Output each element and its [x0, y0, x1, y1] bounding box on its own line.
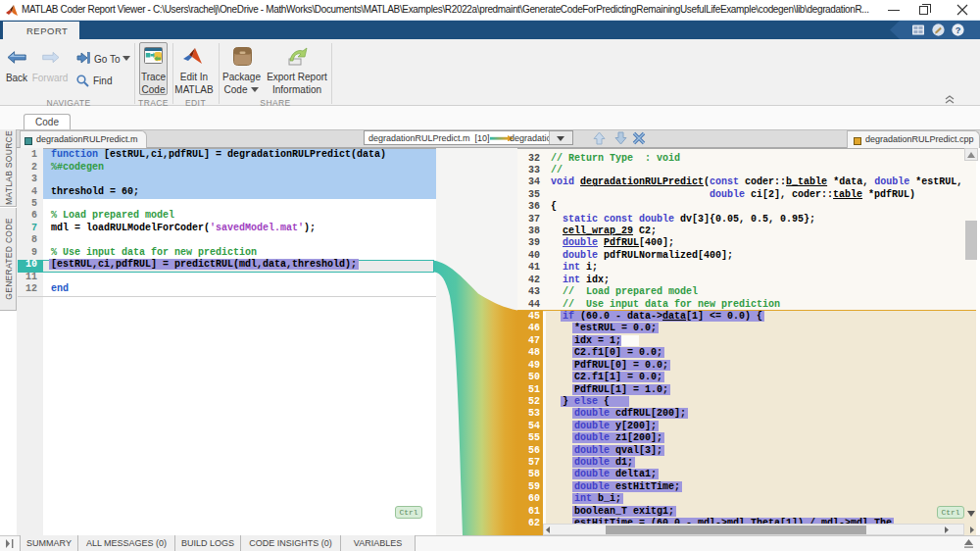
- svg-text:?: ?: [956, 25, 961, 35]
